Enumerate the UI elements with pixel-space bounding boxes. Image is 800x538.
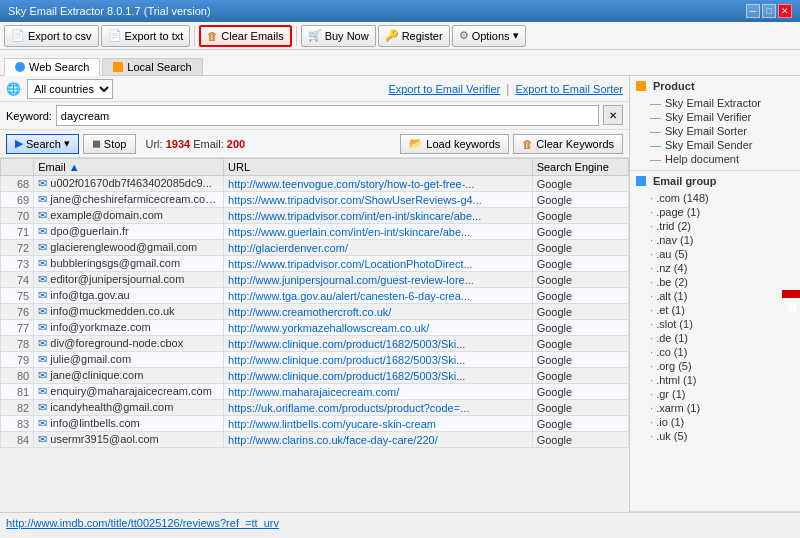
product-item-help[interactable]: — Help document [636,152,794,166]
row-email[interactable]: ✉ info@lintbells.com [34,416,224,432]
row-num: 84 [1,432,34,448]
close-button[interactable]: ✕ [778,4,792,18]
row-engine: Google [532,192,628,208]
email-group-item[interactable]: · .be (2) [636,275,794,289]
clear-keywords-button[interactable]: 🗑 Clear Keywords [513,134,623,154]
email-group-item[interactable]: · .co (1) [636,345,794,359]
email-group-item[interactable]: · .gr (1) [636,387,794,401]
email-group-item[interactable]: · .nz (4) [636,261,794,275]
row-num: 73 [1,256,34,272]
email-group-item[interactable]: · .io (1) [636,415,794,429]
country-select[interactable]: All countries [27,79,113,99]
col-email[interactable]: Email ▲ [34,159,224,176]
clear-emails-icon: 🗑 [207,30,218,42]
buy-now-button[interactable]: 🛒 Buy Now [301,25,376,47]
row-email[interactable]: ✉ info@yorkmaze.com [34,320,224,336]
search-button[interactable]: ▶ Search ▾ [6,134,79,154]
row-url[interactable]: http://www.maharajaicecream.com/ [224,384,533,400]
clear-emails-button[interactable]: 🗑 Clear Emails [199,25,291,47]
row-email[interactable]: ✉ usermr3915@aol.com [34,432,224,448]
email-group-item[interactable]: · .alt (1) [636,289,794,303]
email-group-item[interactable]: · .uk (5) [636,429,794,443]
row-url[interactable]: http://www.junipersjournal.com/guest-rev… [224,272,533,288]
row-email[interactable]: ✉ enquiry@maharajaicecream.com [34,384,224,400]
row-url[interactable]: http://www.tga.gov.au/alert/canesten-6-d… [224,288,533,304]
export-sorter-link[interactable]: Export to Email Sorter [515,83,623,95]
keyword-input[interactable] [56,105,599,126]
register-button[interactable]: 🔑 Register [378,25,450,47]
email-group-item[interactable]: · .trid (2) [636,219,794,233]
export-txt-button[interactable]: 📄 Export to txt [101,25,191,47]
email-status: Email: [193,138,227,150]
row-email[interactable]: ✉ info@muckmedden.co.uk [34,304,224,320]
product-item-extractor[interactable]: — Sky Email Extractor [636,96,794,110]
row-email[interactable]: ✉ jane@clinique.com [34,368,224,384]
table-row: 75 ✉ info@tga.gov.au http://www.tga.gov.… [1,288,629,304]
email-group-item[interactable]: · .page (1) [636,205,794,219]
search-bar: 🌐 All countries Export to Email Verifier… [0,76,629,102]
product-title-icon [636,81,646,91]
status-url-link[interactable]: http://www.imdb.com/title/tt0025126/revi… [6,517,279,529]
tab-web-search[interactable]: Web Search [4,58,100,76]
email-group-item[interactable]: · .com (148) [636,191,794,205]
export-csv-button[interactable]: 📄 Export to csv [4,25,99,47]
email-group-item[interactable]: · .slot (1) [636,317,794,331]
email-group-item[interactable]: · .nav (1) [636,233,794,247]
row-url[interactable]: https://www.tripadvisor.com/LocationPhot… [224,256,533,272]
export-verifier-link[interactable]: Export to Email Verifier [388,83,500,95]
product-item-sender[interactable]: — Sky Email Sender [636,138,794,152]
window-controls[interactable]: ─ □ ✕ [746,4,792,18]
email-group-item[interactable]: · .de (1) [636,331,794,345]
verifier-dot: — [650,111,661,123]
row-url[interactable]: https://uk.oriflame.com/products/product… [224,400,533,416]
red-badge[interactable]: 电脑 [782,290,800,298]
tab-local-search[interactable]: Local Search [102,58,202,75]
email-group-item[interactable]: · .html (1) [636,373,794,387]
row-email[interactable]: ✉ example@domain.com [34,208,224,224]
keyword-input-clear[interactable]: ✕ [603,105,623,125]
row-url[interactable]: http://www.yorkmazehallowscream.co.uk/ [224,320,533,336]
maximize-button[interactable]: □ [762,4,776,18]
email-group-item[interactable]: · .et (1) [636,303,794,317]
email-group-item[interactable]: · .org (5) [636,359,794,373]
row-email[interactable]: ✉ editor@junipersjournal.com [34,272,224,288]
col-url[interactable]: URL [224,159,533,176]
row-url[interactable]: http://www.clarins.co.uk/face-day-care/2… [224,432,533,448]
row-url[interactable]: https://www.tripadvisor.com/ShowUserRevi… [224,192,533,208]
row-num: 80 [1,368,34,384]
product-item-verifier[interactable]: — Sky Email Verifier [636,110,794,124]
row-email[interactable]: ✉ div@foreground-node.cbox [34,336,224,352]
col-engine[interactable]: Search Engine [532,159,628,176]
row-email[interactable]: ✉ u002f01670db7f463402085dc9... [34,176,224,192]
row-url[interactable]: http://glacierdenver.com/ [224,240,533,256]
row-url[interactable]: https://www.tripadvisor.com/int/en-int/s… [224,208,533,224]
row-email[interactable]: ✉ glacierenglewood@gmail.com [34,240,224,256]
eg-dot: · [650,346,656,358]
minimize-button[interactable]: ─ [746,4,760,18]
row-url[interactable]: https://www.guerlain.com/int/en-int/skin… [224,224,533,240]
row-engine: Google [532,384,628,400]
email-group-item[interactable]: · .xarm (1) [636,401,794,415]
row-email[interactable]: ✉ jane@cheshirefarmicecream.co.uk [34,192,224,208]
row-url[interactable]: http://www.clinique.com/product/1682/500… [224,368,533,384]
row-url[interactable]: http://www.creamothercroft.co.uk/ [224,304,533,320]
search-dropdown-icon: ▾ [64,137,70,150]
row-url[interactable]: http://www.clinique.com/product/1682/500… [224,336,533,352]
txt-icon: 📄 [108,29,122,42]
email-group-item[interactable]: · .au (5) [636,247,794,261]
row-email[interactable]: ✉ julie@gmail.com [34,352,224,368]
row-email[interactable]: ✉ info@tga.gov.au [34,288,224,304]
product-item-sorter[interactable]: — Sky Email Sorter [636,124,794,138]
row-url[interactable]: http://www.teenvogue.com/story/how-to-ge… [224,176,533,192]
row-email[interactable]: ✉ icandyhealth@gmail.com [34,400,224,416]
email-icon: ✉ [38,305,50,317]
row-url[interactable]: http://www.lintbells.com/yucare-skin-cre… [224,416,533,432]
email-icon: ✉ [38,209,50,221]
row-url[interactable]: http://www.clinique.com/product/1682/500… [224,352,533,368]
left-panel: 🌐 All countries Export to Email Verifier… [0,76,630,512]
stop-button[interactable]: ◼ Stop [83,134,136,154]
row-email[interactable]: ✉ bubbleringsgs@gmail.com [34,256,224,272]
load-keywords-button[interactable]: 📂 Load keywords [400,134,509,154]
options-button[interactable]: ⚙ Options ▾ [452,25,526,47]
row-email[interactable]: ✉ dpo@guerlain.fr [34,224,224,240]
